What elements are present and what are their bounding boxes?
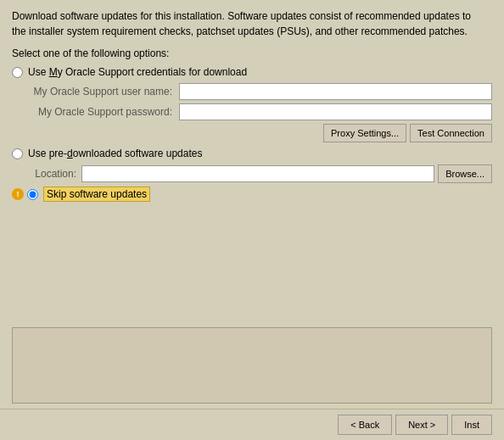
oracle-support-radio[interactable] bbox=[12, 67, 23, 78]
password-label: My Oracle Support password: bbox=[31, 106, 179, 118]
oracle-support-label[interactable]: Use My Oracle Support credentials for do… bbox=[28, 66, 247, 78]
content-area: Download software updates for this insta… bbox=[0, 0, 504, 327]
proxy-test-buttons: Proxy Settings... Test Connection bbox=[31, 124, 492, 142]
option-skip-row: ! Skip software updates bbox=[12, 188, 492, 200]
username-row: My Oracle Support user name: bbox=[31, 83, 492, 100]
skip-radio[interactable] bbox=[27, 189, 38, 200]
warning-icon: ! bbox=[12, 188, 24, 200]
location-input[interactable] bbox=[81, 165, 434, 182]
main-window: Download software updates for this insta… bbox=[0, 0, 504, 440]
test-connection-button[interactable]: Test Connection bbox=[410, 124, 492, 142]
select-label: Select one of the following options: bbox=[12, 47, 492, 59]
username-input[interactable] bbox=[179, 83, 492, 100]
option-oracle-support-row: Use My Oracle Support credentials for do… bbox=[12, 66, 492, 78]
location-row: Location: Browse... bbox=[31, 164, 492, 183]
proxy-settings-button[interactable]: Proxy Settings... bbox=[323, 124, 406, 142]
username-label: My Oracle Support user name: bbox=[31, 86, 179, 97]
location-label: Location: bbox=[31, 168, 81, 180]
description-text: Download software updates for this insta… bbox=[12, 8, 492, 39]
next-button[interactable]: Next > bbox=[395, 415, 448, 435]
back-button[interactable]: < Back bbox=[338, 415, 392, 435]
predownloaded-radio[interactable] bbox=[12, 148, 23, 159]
password-row: My Oracle Support password: bbox=[31, 103, 492, 120]
skip-label-text: Skip software updates bbox=[43, 187, 150, 202]
install-button[interactable]: Inst bbox=[451, 415, 492, 435]
oracle-support-fields: My Oracle Support user name: My Oracle S… bbox=[31, 83, 492, 120]
footer: < Back Next > Inst bbox=[0, 409, 504, 440]
log-area bbox=[12, 327, 492, 404]
predownloaded-label[interactable]: Use pre-downloaded software updates bbox=[28, 148, 202, 159]
browse-button[interactable]: Browse... bbox=[438, 164, 492, 183]
option-predownloaded-row: Use pre-downloaded software updates bbox=[12, 148, 492, 159]
skip-label[interactable]: Skip software updates bbox=[43, 188, 150, 200]
password-input[interactable] bbox=[179, 103, 492, 120]
